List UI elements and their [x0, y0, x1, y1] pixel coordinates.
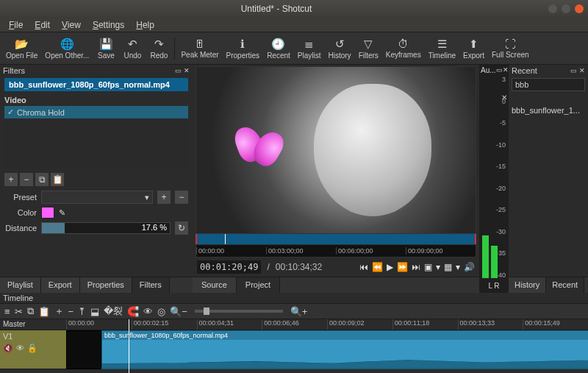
preset-remove-button[interactable]: − [175, 191, 188, 204]
undock-icon[interactable]: ▭ [570, 67, 577, 74]
timeline-button[interactable]: ☰Timeline [426, 34, 459, 63]
skip-start-icon[interactable]: ⏮ [359, 262, 368, 272]
zoom-out-icon[interactable]: 🔍− [170, 306, 187, 317]
timeline-playhead[interactable] [129, 319, 129, 373]
cut-icon[interactable]: ✂ [15, 306, 23, 317]
tab-export[interactable]: Export [41, 277, 80, 293]
timeline-tracks[interactable]: 00:00:0000:00:02:1500:00:04;3100:00:06;4… [66, 319, 588, 373]
close-icon[interactable] [575, 4, 584, 13]
chevron-down-icon[interactable]: ▾ [456, 262, 460, 272]
append-icon[interactable]: ＋ [54, 305, 64, 318]
preview-panel: 00:00:0000:03:00;0000:06:00;0000:09:00;0… [193, 65, 479, 293]
preset-add-button[interactable]: + [157, 191, 171, 204]
tab-playlist[interactable]: Playlist [0, 277, 41, 293]
fast-forward-icon[interactable]: ⏩ [397, 262, 408, 272]
history-button[interactable]: ↺History [326, 34, 354, 63]
timecode-position[interactable]: 00:01:20;49 [197, 260, 261, 274]
preset-label: Preset [4, 193, 37, 202]
undo-button[interactable]: ↶Undo [120, 34, 145, 63]
add-filter-button[interactable]: + [4, 173, 18, 186]
lift-icon[interactable]: ⤒ [78, 306, 86, 317]
video-preview[interactable] [196, 66, 476, 234]
panel-close-icon[interactable]: ✕ [579, 67, 585, 74]
keyframes-button[interactable]: ⏱Keyframes [383, 34, 424, 63]
hide-icon[interactable]: 👁 [16, 344, 24, 353]
distance-slider[interactable]: 17.6 % [41, 222, 171, 234]
butterfly-shape [235, 127, 287, 171]
clear-icon[interactable]: ✕ [501, 93, 507, 102]
master-track-header[interactable]: Master [0, 319, 66, 330]
panel-close-icon[interactable]: ▭✕ [496, 66, 509, 74]
undock-icon[interactable]: ▭ [175, 67, 182, 74]
playlist-button[interactable]: ≣Playlist [295, 34, 324, 63]
zoom-slider[interactable] [195, 310, 283, 313]
filter-list[interactable] [4, 118, 188, 168]
skip-end-icon[interactable]: ⏭ [412, 262, 420, 272]
open-other--button[interactable]: 🌐Open Other... [42, 34, 92, 63]
menu-help[interactable]: Help [130, 18, 160, 32]
gap-clip[interactable] [66, 330, 101, 369]
lock-icon[interactable]: 🔓 [27, 344, 37, 353]
full-screen-button[interactable]: ⛶Full Screen [489, 34, 532, 63]
menu-settings[interactable]: Settings [87, 18, 130, 32]
filters-button[interactable]: ▽Filters [356, 34, 381, 63]
remove-filter-button[interactable]: − [20, 173, 33, 186]
distance-reset-button[interactable]: ↻ [175, 221, 188, 235]
grid-icon[interactable]: ▦ [444, 262, 452, 272]
copy-filter-button[interactable]: ⧉ [35, 173, 49, 186]
recent-button[interactable]: 🕘Recent [264, 34, 293, 63]
snap-icon[interactable]: 🧲 [127, 306, 139, 317]
preset-combo[interactable]: ▾ [41, 191, 153, 204]
menu-edit[interactable]: Edit [29, 18, 56, 32]
tab-filters[interactable]: Filters [132, 277, 170, 293]
recent-list[interactable]: bbb_sunflower_1... [509, 103, 588, 277]
mute-icon[interactable]: 🔇 [3, 344, 13, 353]
menu-view[interactable]: View [56, 18, 87, 32]
rewind-icon[interactable]: ⏪ [372, 262, 383, 272]
copy-icon[interactable]: ⧉ [27, 305, 34, 317]
tab-properties[interactable]: Properties [80, 277, 132, 293]
play-icon[interactable]: ▶ [387, 262, 393, 272]
track-header-v1[interactable]: V1 🔇 👁 🔓 [0, 330, 66, 369]
properties-button[interactable]: ℹProperties [223, 34, 263, 63]
redo-button[interactable]: ↷Redo [146, 34, 171, 63]
filters-panel: Filters ▭✕ bbb_sunflower_1080p_60fps_nor… [0, 65, 193, 293]
preview-time-ruler[interactable]: 00:00:0000:03:00;0000:06:00;0000:09:00;0… [196, 244, 476, 257]
list-item[interactable]: bbb_sunflower_1... [512, 104, 585, 116]
eyedropper-icon[interactable]: ✎ [59, 208, 65, 218]
recent-search-input[interactable] [512, 78, 585, 91]
chevron-down-icon[interactable]: ▾ [436, 262, 440, 272]
split-icon[interactable]: �裂 [104, 305, 123, 318]
tab-project[interactable]: Project [237, 277, 280, 293]
tab-recent[interactable]: Recent [546, 277, 584, 293]
scrub-icon[interactable]: 👁 [143, 306, 153, 317]
color-swatch[interactable] [41, 207, 54, 219]
filters-panel-title: Filters [3, 66, 25, 75]
volume-icon[interactable]: 🔊 [464, 262, 475, 272]
minimize-icon[interactable] [548, 4, 557, 13]
overwrite-icon[interactable]: ⬓ [90, 306, 99, 317]
preview-playhead[interactable] [225, 234, 226, 244]
ripple-icon[interactable]: ◎ [157, 306, 165, 317]
panel-close-icon[interactable]: ✕ [184, 67, 190, 74]
timeline-ruler[interactable]: 00:00:0000:00:02:1500:00:04;3100:00:06;4… [66, 319, 588, 330]
paste-filter-button[interactable]: 📋 [51, 173, 64, 186]
left-dock-tabs: PlaylistExportPropertiesFilters [0, 277, 193, 293]
peak-meter-button[interactable]: 🎚Peak Meter [178, 34, 221, 63]
save-icon: 💾 [99, 38, 113, 51]
tab-source[interactable]: Source [193, 277, 237, 293]
menu-file[interactable]: File [3, 18, 29, 32]
export-button[interactable]: ⬆Export [460, 34, 487, 63]
maximize-icon[interactable] [562, 4, 570, 13]
zoom-in-icon[interactable]: 🔍+ [290, 306, 308, 317]
paste-icon[interactable]: 📋 [38, 306, 50, 317]
preview-scrub-bar[interactable] [196, 234, 476, 244]
zoom-fit-icon[interactable]: ▣ [424, 262, 432, 272]
filter-item-chroma-hold[interactable]: ✓Chroma Hold [4, 106, 188, 118]
timeline-clip[interactable]: bbb_sunflower_1080p_60fps_normal.mp4 [101, 330, 588, 369]
tab-history[interactable]: History [509, 277, 546, 293]
open-file-button[interactable]: 📂Open File [3, 34, 40, 63]
save-button[interactable]: 💾Save [93, 34, 118, 63]
menu-icon[interactable]: ≡ [4, 306, 10, 317]
remove-icon[interactable]: − [68, 306, 74, 317]
